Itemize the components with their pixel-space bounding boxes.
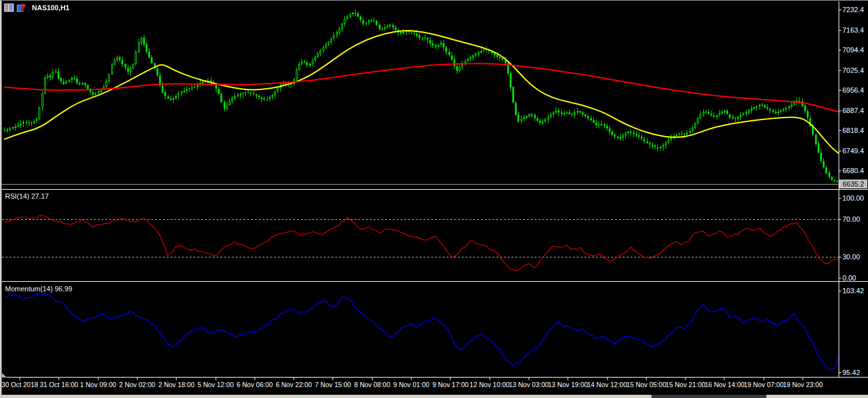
mt4-chart-window: NAS100,H1 RSI(14) 27.17 Momentum(14) 96.…	[0, 0, 868, 398]
price-axis-tick-label: 6749.4	[842, 147, 864, 155]
time-axis-tickmark	[59, 378, 59, 380]
current-price-badge: 6635.2	[839, 180, 867, 188]
time-axis-label: 15 Nov 05:00	[627, 381, 666, 388]
charts-grid-icon[interactable]	[4, 3, 14, 12]
price-axis-tick-label: 7094.4	[842, 46, 864, 54]
time-axis-label: 19 Nov 07:00	[743, 381, 783, 388]
time-axis-tickmark	[176, 378, 177, 380]
time-axis-label: 15 Nov 21:00	[666, 381, 705, 388]
price-axis-tickmark	[839, 130, 841, 131]
time-axis-label: 12 Nov 10:00	[469, 381, 509, 388]
expert-advisor-icon[interactable]	[17, 3, 27, 12]
time-axis-tickmark	[646, 378, 646, 380]
time-axis-label: 2 Nov 18:00	[158, 381, 195, 388]
chart-corner-overlay: NAS100,H1	[4, 3, 70, 12]
time-axis-tickmark	[607, 378, 607, 380]
time-axis-tickmark	[254, 378, 255, 380]
rsi-chart-canvas[interactable]	[2, 190, 839, 281]
time-axis-label: 6 Nov 06:00	[236, 381, 273, 388]
price-axis-tickmark	[839, 50, 841, 50]
momentum-chart-canvas[interactable]	[2, 282, 839, 377]
price-axis-tick-label: 6818.4	[842, 126, 864, 134]
time-axis-tickmark	[137, 378, 137, 380]
price-axis-tickmark	[839, 111, 841, 111]
price-axis-tickmark	[839, 70, 841, 71]
momentum-axis-tickmark	[839, 372, 841, 373]
rsi-axis-tick-label: 100.00	[842, 194, 864, 202]
price-axis-tick-label: 6887.4	[842, 107, 864, 114]
price-axis-tickmark	[839, 30, 841, 31]
time-axis-label: 5 Nov 12:00	[197, 381, 234, 388]
time-axis-tickmark	[528, 378, 529, 380]
rsi-momentum-separator[interactable]	[0, 281, 868, 282]
momentum-axis[interactable]	[839, 282, 868, 377]
time-axis-tickmark	[20, 378, 20, 380]
time-axis-tickmark	[724, 378, 725, 380]
price-axis-tick-label: 7232.4	[842, 6, 864, 13]
rsi-axis[interactable]	[839, 190, 868, 281]
rsi-axis-tickmark	[839, 219, 841, 220]
rsi-axis-tick-label: 0.00	[842, 274, 856, 282]
price-rsi-separator[interactable]	[0, 189, 868, 190]
time-axis-label: 1 Nov 09:00	[80, 381, 116, 388]
time-axis-tickmark	[803, 378, 803, 380]
window-left-frame	[0, 0, 2, 398]
rsi-axis-tickmark	[839, 198, 841, 199]
time-axis-label: 30 Oct 2018	[1, 381, 38, 388]
time-axis-tickmark	[568, 378, 568, 380]
time-axis-label: 9 Nov 01:00	[393, 381, 430, 388]
time-axis-label: 13 Nov 03:00	[509, 381, 549, 388]
time-axis-tickmark	[763, 378, 764, 380]
time-axis-label: 8 Nov 08:00	[354, 381, 390, 388]
price-axis-tickmark	[839, 90, 841, 91]
price-axis-tickmark	[839, 10, 841, 10]
rsi-axis-tickmark	[839, 257, 841, 257]
time-axis-label: 2 Nov 02:00	[119, 381, 156, 388]
time-axis-tickmark	[294, 378, 294, 380]
momentum-indicator-label: Momentum(14) 96.99	[5, 285, 72, 293]
time-axis-tickmark	[411, 378, 412, 380]
time-axis-label: 7 Nov 15:00	[315, 381, 351, 388]
time-axis-label: 13 Nov 19:00	[548, 381, 588, 388]
price-axis-tick-label: 6680.4	[842, 167, 864, 174]
rsi-axis-tick-label: 30.00	[842, 253, 860, 261]
price-axis-tick-label: 6956.4	[842, 86, 864, 94]
current-price-value: 6635.2	[842, 180, 864, 188]
price-axis-tickmark	[839, 151, 841, 151]
window-top-frame	[0, 0, 868, 1]
price-axis-tick-label: 7163.4	[842, 26, 864, 34]
time-axis-label: 9 Nov 17:00	[432, 381, 469, 388]
chart-shift-marker	[2, 373, 7, 378]
momentum-axis-tickmark	[839, 291, 841, 291]
rsi-axis-tickmark	[839, 278, 841, 279]
rsi-axis-tick-label: 70.00	[842, 215, 860, 223]
time-axis-tickmark	[489, 378, 490, 380]
time-axis-tickmark	[685, 378, 686, 380]
time-axis-tickmark	[372, 378, 372, 380]
momentum-axis-tick-label: 103.42	[842, 287, 864, 295]
price-chart-canvas[interactable]	[2, 1, 839, 189]
time-axis-tickmark	[98, 378, 98, 380]
time-axis[interactable]: 30 Oct 201831 Oct 16:001 Nov 09:002 Nov …	[0, 378, 868, 394]
time-axis-label: 14 Nov 12:00	[587, 381, 627, 388]
time-axis-tickmark	[450, 378, 451, 380]
rsi-indicator-label: RSI(14) 27.17	[5, 192, 49, 200]
horizontal-scrollbar-thumb[interactable]	[651, 395, 766, 398]
time-axis-tickmark	[215, 378, 216, 380]
time-axis-label: 16 Nov 14:00	[704, 381, 744, 388]
time-axis-label: 19 Nov 23:00	[783, 381, 823, 388]
price-axis-tickmark	[839, 171, 841, 171]
momentum-axis-tick-label: 95.42	[842, 369, 860, 376]
time-axis-tickmark	[333, 378, 333, 380]
time-axis-label: 31 Oct 16:00	[40, 381, 78, 388]
symbol-timeframe-label: NAS100,H1	[32, 4, 70, 11]
time-axis-label: 6 Nov 22:00	[276, 381, 312, 388]
price-axis-tick-label: 7025.4	[842, 66, 864, 74]
